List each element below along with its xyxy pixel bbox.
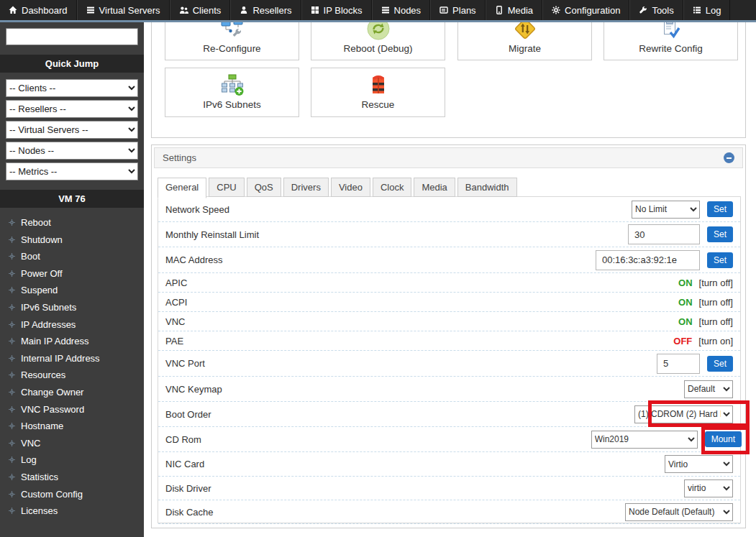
sidebar-item-label: Resources (21, 370, 65, 380)
nav-configuration[interactable]: Configuration (542, 0, 629, 20)
nic-card-select[interactable]: Virtio (665, 455, 733, 473)
nav-label: Plans (452, 5, 476, 16)
sidebar-item-vnc-password[interactable]: VNC Password (0, 401, 144, 418)
boot-order-select[interactable]: (1) CDROM (2) Hard Disk (634, 405, 733, 423)
network-speed-select[interactable]: No Limit (632, 201, 700, 219)
sidebar-item-boot[interactable]: Boot (0, 248, 144, 265)
gear-bullet-icon (9, 338, 15, 344)
nav-dashboard[interactable]: Dashboard (0, 0, 77, 20)
sidebar-item-label: IP Addresses (21, 319, 76, 330)
sidebar-item-main-ip-address[interactable]: Main IP Address (0, 333, 144, 350)
nav-ip-blocks[interactable]: IP Blocks (301, 0, 372, 20)
sidebar-item-ip-addresses[interactable]: IP Addresses (0, 316, 144, 334)
sidebar-item-statistics[interactable]: Statistics (0, 469, 144, 486)
gear-icon (552, 6, 560, 14)
nav-plans[interactable]: Plans (430, 0, 486, 20)
tab-cpu[interactable]: CPU (209, 178, 244, 197)
vnc-toggle-link[interactable]: [turn off] (699, 316, 733, 327)
collapse-panel-icon[interactable] (724, 152, 734, 163)
sidebar-item-resources[interactable]: Resources (0, 367, 144, 384)
nav-log[interactable]: Log (683, 0, 731, 20)
nav-clients[interactable]: Clients (170, 0, 231, 20)
tab-clock[interactable]: Clock (373, 178, 412, 197)
sidebar-item-reboot[interactable]: Reboot (0, 214, 144, 231)
quick-jump-metrics-select[interactable]: -- Metrics -- (6, 162, 138, 180)
mac-address-input[interactable] (596, 250, 700, 270)
settings-tabs: General CPU QoS Drivers Video Clock Medi… (158, 178, 519, 197)
tab-general[interactable]: General (158, 178, 206, 198)
users-icon (179, 6, 188, 14)
sidebar-item-internal-ip-address[interactable]: Internal IP Address (0, 350, 144, 367)
quick-jump-nodes-select[interactable]: -- Nodes -- (6, 142, 138, 160)
setting-label: VNC Port (165, 358, 205, 369)
server-list-icon (86, 6, 95, 14)
nav-tools[interactable]: Tools (629, 0, 683, 20)
vnc-keymap-select[interactable]: Default (684, 380, 733, 398)
gear-bullet-icon (9, 440, 15, 446)
gear-bullet-icon (9, 423, 15, 429)
sidebar-item-label: Power Off (21, 268, 63, 279)
tab-drivers[interactable]: Drivers (283, 178, 329, 197)
nav-label: Resellers (252, 5, 291, 16)
setting-label: PAE (165, 336, 183, 346)
settings-panel-header: Settings (154, 147, 743, 168)
set-mac-address-button[interactable]: Set (707, 252, 733, 268)
disk-driver-select[interactable]: virtio (684, 479, 733, 497)
sidebar-item-suspend[interactable]: Suspend (0, 282, 144, 299)
nav-media[interactable]: Media (486, 0, 542, 20)
home-icon (9, 6, 17, 14)
tab-media[interactable]: Media (414, 178, 455, 197)
sidebar-item-label: Statistics (21, 472, 58, 482)
disk-cache-select[interactable]: Node Default (Default) (625, 503, 733, 521)
sidebar-search-input[interactable] (6, 28, 138, 45)
monthly-reinstall-limit-input[interactable] (628, 224, 700, 244)
vnc-port-input[interactable] (657, 354, 700, 374)
action-card-rescue[interactable]: Rescue (311, 68, 445, 117)
setting-label: CD Rom (165, 434, 201, 445)
action-card-label: Rewrite Config (604, 43, 737, 54)
nav-virtual-servers[interactable]: Virtual Servers (77, 0, 170, 20)
sidebar-item-label: VNC Password (21, 404, 84, 415)
tab-qos[interactable]: QoS (247, 178, 281, 197)
sidebar-item-log[interactable]: Log (0, 451, 144, 469)
sidebar-item-change-owner[interactable]: Change Owner (0, 384, 144, 401)
quick-jump-resellers-select[interactable]: -- Resellers -- (6, 100, 138, 118)
sidebar-item-shutdown[interactable]: Shutdown (0, 231, 144, 249)
nav-nodes[interactable]: Nodes (372, 0, 431, 20)
set-network-speed-button[interactable]: Set (707, 201, 733, 217)
sidebar-item-hostname[interactable]: Hostname (0, 418, 144, 435)
sidebar-item-ipv6-subnets[interactable]: IPv6 Subnets (0, 299, 144, 316)
setting-row-disk-cache: Disk Cache Node Default (Default) (158, 500, 740, 524)
action-card-ipv6-subnets[interactable]: IPv6 Subnets (165, 68, 299, 117)
action-card-label: IPv6 Subnets (165, 99, 299, 110)
sidebar-item-label: Reboot (21, 217, 51, 228)
set-monthly-reinstall-button[interactable]: Set (707, 226, 733, 242)
setting-row-nic-card: NIC Card Virtio (158, 452, 740, 477)
sidebar-item-power-off[interactable]: Power Off (0, 265, 144, 283)
sidebar-item-licenses[interactable]: Licenses (0, 502, 144, 520)
setting-row-vnc-keymap: VNC Keymap Default (158, 377, 740, 402)
gear-bullet-icon (9, 355, 15, 362)
pae-toggle-link[interactable]: [turn on] (698, 336, 733, 346)
mount-button[interactable]: Mount (705, 431, 742, 447)
tab-video[interactable]: Video (331, 178, 370, 197)
acpi-toggle-link[interactable]: [turn off] (699, 297, 733, 308)
sidebar-item-custom-config[interactable]: Custom Config (0, 486, 144, 503)
cd-rom-select[interactable]: Win2019 (591, 431, 698, 449)
set-vnc-port-button[interactable]: Set (707, 356, 733, 372)
nav-resellers[interactable]: Resellers (230, 0, 301, 20)
sidebar-item-label: VNC (21, 438, 40, 449)
quick-jump-clients-select[interactable]: -- Clients -- (6, 79, 138, 97)
quick-jump-header: Quick Jump (0, 55, 144, 73)
settings-tab-content: Network Speed No Limit Set Monthly Reins… (158, 196, 741, 523)
nav-label: Configuration (565, 5, 620, 16)
list-icon (381, 6, 390, 14)
setting-row-pae: PAE OFF [turn on] (158, 331, 740, 351)
sidebar-item-vnc[interactable]: VNC (0, 435, 144, 452)
apic-toggle-link[interactable]: [turn off] (699, 277, 733, 288)
nav-label: Tools (652, 5, 673, 16)
setting-label: Network Speed (165, 204, 229, 215)
quick-jump-virtual-servers-select[interactable]: -- Virtual Servers -- (6, 121, 138, 139)
sidebar: Quick Jump -- Clients -- -- Resellers --… (0, 22, 144, 537)
tab-bandwidth[interactable]: Bandwidth (457, 178, 517, 197)
